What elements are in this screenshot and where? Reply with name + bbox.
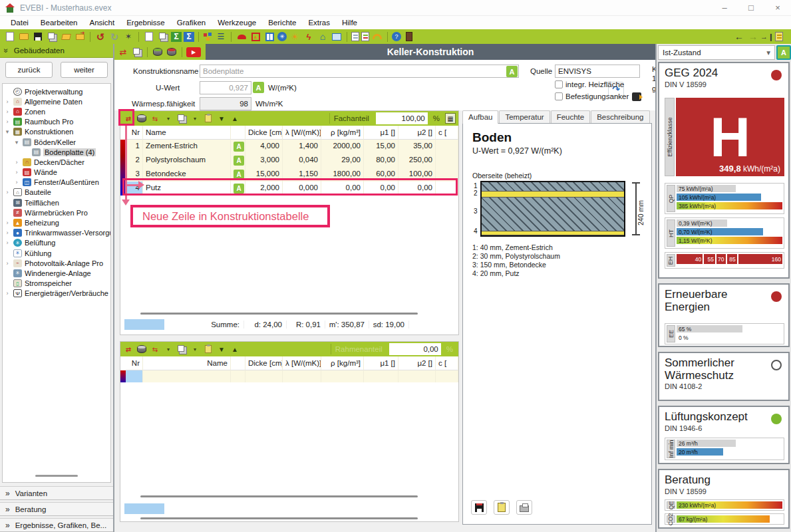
back-button[interactable]: zurück: [5, 62, 53, 78]
wand-icon[interactable]: ✶: [122, 31, 134, 43]
move-down-icon[interactable]: ▼: [216, 113, 227, 124]
energy-pass-icon[interactable]: [361, 32, 369, 41]
anker-checkbox[interactable]: Befestigungsanker: [555, 92, 629, 100]
export-icon[interactable]: [74, 31, 86, 43]
tree-item-kuehlung[interactable]: ✳Kühlung: [4, 248, 110, 258]
row2-lambda[interactable]: 0,040: [283, 154, 321, 168]
tree-item-zonen[interactable]: ›⌂Zonen: [4, 106, 110, 116]
tree-item-allgemeine-daten[interactable]: ›⌂Allgemeine Daten: [4, 96, 110, 106]
db-layer-icon[interactable]: [136, 113, 147, 124]
row1-dicke[interactable]: 4,000: [245, 140, 283, 154]
menu-ansicht[interactable]: Ansicht: [84, 17, 120, 28]
tree-item-photovoltaik[interactable]: ›⌁Photovoltaik-Anlage Pro: [4, 258, 110, 268]
maximize-button[interactable]: □: [738, 0, 764, 16]
panel-varianten[interactable]: »Varianten: [0, 486, 113, 500]
compare-docs-icon[interactable]: [157, 31, 169, 43]
tree-item-energietraeger[interactable]: ›ΨEnergieträger/Verbräuche: [4, 289, 110, 299]
tab-feuchte[interactable]: Feuchte: [551, 110, 591, 124]
copy-dropdown-icon[interactable]: ▾: [190, 344, 200, 354]
tree-item-raumbuch[interactable]: ›▤Raumbuch Pro: [4, 117, 110, 127]
menu-werkzeuge[interactable]: Werkzeuge: [212, 17, 261, 28]
tree-item-stromspeicher[interactable]: ▯Stromspeicher: [4, 279, 110, 289]
row2-nr[interactable]: 2: [126, 154, 143, 168]
hscroll-thumb[interactable]: [140, 313, 418, 315]
row1-mu2[interactable]: 35,00: [398, 140, 436, 154]
red-cap-icon[interactable]: [236, 31, 247, 43]
heating-icon[interactable]: ▲: [249, 31, 261, 43]
undo-icon[interactable]: ↺: [94, 31, 106, 43]
menu-hilfe[interactable]: Hilfe: [337, 17, 363, 28]
tree-item-konstruktionen[interactable]: ▾▦Konstruktionen: [4, 127, 110, 137]
uwert-a-badge[interactable]: A: [253, 82, 264, 93]
edit-layer-icon[interactable]: [203, 344, 214, 354]
tree-scroll-thumb[interactable]: [35, 475, 79, 477]
uwert-field[interactable]: 0,927: [200, 81, 251, 94]
database-red-icon[interactable]: [166, 47, 178, 58]
heizflaeche-checkbox[interactable]: integr. Heizfläche: [555, 80, 624, 88]
edit-layer-icon[interactable]: [203, 113, 214, 124]
menu-grafiken[interactable]: Grafiken: [172, 17, 211, 28]
database-green-icon[interactable]: [152, 47, 164, 58]
sidebar-header[interactable]: » Gebäudedaten: [0, 44, 113, 58]
tab-temperatur[interactable]: Temperatur: [499, 110, 550, 124]
save-image-button[interactable]: [471, 500, 487, 515]
redo-icon[interactable]: ↻: [108, 31, 120, 43]
print-button[interactable]: [516, 500, 532, 515]
exit-door-icon[interactable]: [403, 31, 415, 43]
db-layer-icon[interactable]: [136, 344, 147, 354]
delete-row-icon[interactable]: ⇆: [150, 344, 160, 354]
transfer-icon[interactable]: ⇄: [117, 47, 129, 58]
row1-name[interactable]: Zement-Estrich: [143, 140, 231, 154]
tree-item-bauteile[interactable]: ›⌂Bauteile: [4, 188, 110, 198]
row2-mu1[interactable]: 80,00: [364, 154, 398, 168]
menu-bearbeiten[interactable]: Bearbeiten: [35, 17, 83, 28]
menu-ergebnisse[interactable]: Ergebnisse: [121, 17, 170, 28]
tree-item-trinkwarmwasser[interactable]: ›●Trinkwarmwasser-Versorgur: [4, 228, 110, 238]
move-up-icon[interactable]: ▲: [230, 344, 240, 354]
report-icon[interactable]: [351, 32, 359, 41]
copy-clipboard-button[interactable]: [494, 500, 510, 515]
mode-a-badge[interactable]: A: [776, 45, 791, 60]
tree-item-waermebruecken[interactable]: ≠Wärmebrücken Pro: [4, 207, 110, 217]
delete-row-icon[interactable]: ⇆: [150, 113, 160, 124]
panel-ergebnisse[interactable]: »Ergebnisse, Grafiken, Be...: [0, 518, 113, 532]
panel-beratung[interactable]: »Beratung: [0, 502, 113, 516]
nav-exit-icon[interactable]: →❙: [761, 31, 773, 43]
menu-berichte[interactable]: Berichte: [263, 17, 301, 28]
tree-item-decken-daecher[interactable]: ›∩Decken/Dächer: [4, 157, 110, 167]
menu-extras[interactable]: Extras: [303, 17, 335, 28]
sun-icon[interactable]: ☀: [289, 31, 301, 43]
tree-item-bodenplatte[interactable]: ▤Bodenplatte (4): [4, 147, 110, 157]
row2-rho[interactable]: 29,00: [321, 154, 364, 168]
sum-green-icon[interactable]: Σ: [171, 32, 182, 42]
notes-icon[interactable]: [775, 32, 783, 41]
schema-icon[interactable]: [203, 32, 213, 41]
minimize-button[interactable]: –: [711, 0, 738, 16]
tree-item-waende[interactable]: ›▤Wände: [4, 168, 110, 178]
copy-dropdown-icon[interactable]: ▾: [190, 113, 200, 124]
delete-dropdown-icon[interactable]: ▾: [163, 344, 174, 354]
ventilation-fan-icon[interactable]: ✳: [277, 32, 287, 41]
import-icon[interactable]: [60, 31, 72, 43]
energy-arc-icon[interactable]: [371, 31, 383, 43]
row1-a-badge[interactable]: A: [231, 140, 245, 154]
video-help-icon[interactable]: ▶: [186, 47, 201, 57]
tree-item-belueftung[interactable]: ›✳Belüftung: [4, 238, 110, 248]
delete-dropdown-icon[interactable]: ▾: [163, 113, 174, 124]
row2-name[interactable]: Polystyrolschaum: [143, 154, 231, 168]
row2-a-badge[interactable]: A: [231, 154, 245, 168]
save-icon[interactable]: [32, 31, 44, 43]
move-up-icon[interactable]: ▲: [230, 113, 240, 124]
move-down-icon[interactable]: ▼: [216, 344, 227, 354]
list-icon[interactable]: ☰: [215, 31, 227, 43]
open-folder-icon[interactable]: [18, 31, 30, 43]
tree-item-fenster[interactable]: ›◫Fenster/Außentüren: [4, 178, 110, 188]
close-button[interactable]: ×: [764, 0, 791, 16]
copy-row-icon[interactable]: [176, 113, 187, 124]
window-construction-icon[interactable]: [263, 31, 275, 43]
document-icon[interactable]: [143, 31, 155, 43]
insert-row-icon[interactable]: ⇄: [123, 344, 134, 354]
electricity-icon[interactable]: ϟ: [303, 31, 315, 43]
copy-construction-icon[interactable]: [131, 47, 143, 58]
hscroll-thumb2[interactable]: [140, 517, 418, 519]
